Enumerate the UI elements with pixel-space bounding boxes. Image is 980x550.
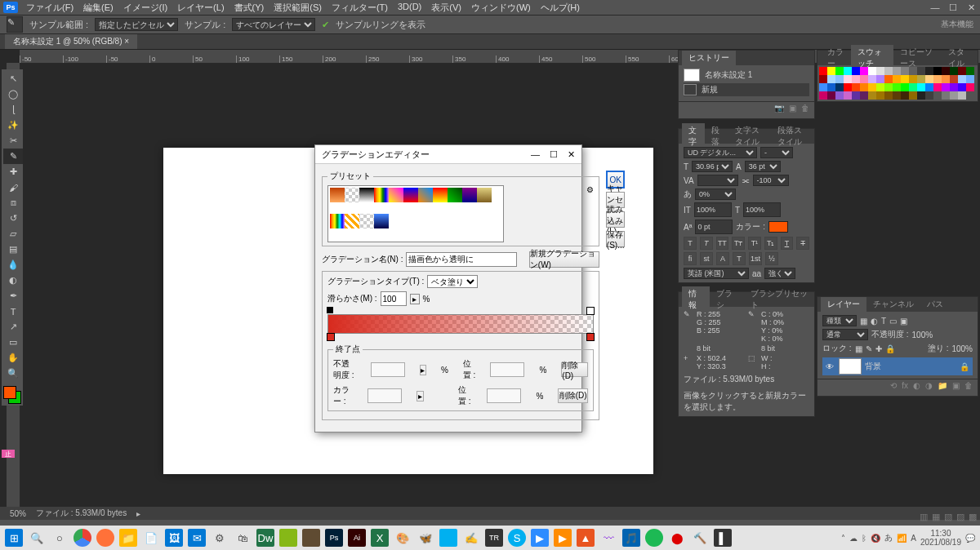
menu-3d[interactable]: 3D(D) <box>393 0 426 16</box>
menu-view[interactable]: 表示(V) <box>426 0 466 16</box>
smoothness-dropdown-icon[interactable]: ▸ <box>410 294 420 304</box>
nv-icon[interactable] <box>279 529 297 547</box>
swatch[interactable] <box>958 75 966 83</box>
swatch[interactable] <box>925 75 933 83</box>
strike-button[interactable]: T <box>796 237 809 250</box>
zoom-level[interactable]: 50% <box>10 509 26 518</box>
swatch[interactable] <box>819 91 827 100</box>
layer-name[interactable]: 背景 <box>865 361 881 372</box>
aa-select[interactable]: 強く <box>764 268 795 279</box>
swatch[interactable] <box>860 83 868 91</box>
menu-edit[interactable]: 編集(E) <box>78 0 118 16</box>
action-icon[interactable]: ▩ <box>969 512 977 522</box>
hscale-input[interactable] <box>743 202 781 217</box>
swatch[interactable] <box>827 75 835 83</box>
notepad-icon[interactable]: 📄 <box>142 529 160 547</box>
type-tool[interactable]: T <box>3 304 23 319</box>
swatch[interactable] <box>852 91 860 100</box>
note-icon[interactable]: ▦ <box>932 512 940 522</box>
ps-icon[interactable]: Ps <box>325 529 343 547</box>
swatch[interactable] <box>835 91 844 100</box>
lock-all-icon[interactable]: ✚ <box>875 344 882 353</box>
swatch[interactable] <box>893 91 901 100</box>
wave-icon[interactable]: 〰 <box>599 529 617 547</box>
fx-icon[interactable]: fx <box>902 381 908 394</box>
swatch[interactable] <box>884 67 893 75</box>
wifi-icon[interactable]: 📶 <box>897 534 906 543</box>
gradient-type-select[interactable]: ベタ塗り <box>427 275 478 288</box>
layer-row[interactable]: 👁 背景 🔒 <box>822 357 973 375</box>
swatch[interactable] <box>958 83 966 91</box>
swatch[interactable] <box>876 75 884 83</box>
swatch[interactable] <box>868 67 876 75</box>
smallcaps-button[interactable]: Tᴛ <box>732 237 745 250</box>
swatch[interactable] <box>942 67 950 75</box>
link-icon[interactable]: ⟲ <box>890 381 897 394</box>
swatch[interactable] <box>893 67 901 75</box>
swatch[interactable] <box>893 83 901 91</box>
dialog-titlebar[interactable]: グラデーションエディター — ☐ ✕ <box>315 145 581 164</box>
camera-icon[interactable]: 📷 <box>774 104 784 117</box>
tab-brush-presets[interactable]: ブラシプリセット <box>744 286 814 313</box>
tab-paragraph[interactable]: 段落 <box>705 123 728 149</box>
window-close[interactable]: ✕ <box>962 0 980 15</box>
swatch[interactable] <box>819 67 827 75</box>
tab-history[interactable]: ヒストリー <box>682 51 736 65</box>
menu-help[interactable]: ヘルプ(H) <box>536 0 585 16</box>
swatch[interactable] <box>844 75 852 83</box>
tab-paths[interactable]: パス <box>920 297 950 312</box>
color-stop-right[interactable] <box>586 333 595 341</box>
swatch[interactable] <box>852 83 860 91</box>
blur-tool[interactable]: 💧 <box>3 257 23 273</box>
dw-icon[interactable]: Dw <box>256 529 274 547</box>
lock-position-icon[interactable]: ✎ <box>866 344 872 353</box>
mask-icon[interactable]: ◐ <box>913 381 920 394</box>
swatch[interactable] <box>868 91 876 100</box>
font-size-select[interactable]: 30.96 pt <box>692 161 733 172</box>
menu-file[interactable]: ファイル(F) <box>21 0 78 16</box>
volume-icon[interactable]: 🔇 <box>871 534 880 543</box>
swatch[interactable] <box>835 75 844 83</box>
swatch[interactable] <box>933 75 942 83</box>
brush-tool[interactable]: 🖌 <box>3 180 23 195</box>
opacity-stop-left[interactable] <box>327 307 333 313</box>
italic-button[interactable]: T <box>700 237 713 250</box>
swatch[interactable] <box>950 83 958 91</box>
status-arrow-icon[interactable]: ▸ <box>136 509 140 518</box>
swatch[interactable] <box>925 67 933 75</box>
record-icon[interactable]: ⬤ <box>668 529 686 547</box>
close-tab-icon[interactable]: × <box>124 37 129 46</box>
swatch[interactable] <box>868 75 876 83</box>
dialog-close[interactable]: ✕ <box>568 149 575 160</box>
fg-color-swatch[interactable] <box>3 386 16 399</box>
swatch[interactable] <box>893 75 901 83</box>
eyedropper-icon[interactable]: ✎ <box>7 16 23 33</box>
filter-type-icon[interactable]: T <box>881 317 886 326</box>
delete-color-stop-button[interactable]: 削除(D) <box>558 388 587 403</box>
swatch[interactable] <box>942 75 950 83</box>
save-button[interactable]: 保存(S)... <box>606 231 626 247</box>
swatch[interactable] <box>901 83 909 91</box>
gradient-bar[interactable] <box>327 314 594 334</box>
measure-icon[interactable]: ▧ <box>944 512 952 522</box>
ot-titling-button[interactable]: T <box>733 252 746 265</box>
swatch[interactable] <box>909 91 917 100</box>
tab-layers[interactable]: レイヤー <box>821 297 866 312</box>
opacity-stop-right[interactable] <box>586 307 595 315</box>
swatch[interactable] <box>835 83 844 91</box>
tab-info[interactable]: 情報 <box>682 286 710 313</box>
swatch[interactable] <box>942 83 950 91</box>
swatch[interactable] <box>876 67 884 75</box>
magic-wand-tool[interactable]: ✨ <box>3 118 23 133</box>
butterfly-icon[interactable]: 🦋 <box>416 529 434 547</box>
workspace-switcher[interactable]: 基本機能 <box>941 19 973 30</box>
swatch[interactable] <box>925 83 933 91</box>
menu-layer[interactable]: レイヤー(L) <box>172 0 229 16</box>
healing-tool[interactable]: ✚ <box>3 164 23 180</box>
search-icon[interactable]: 🔍 <box>28 529 46 547</box>
load-button[interactable]: 読み込み(L)... <box>606 211 626 228</box>
swatch[interactable] <box>860 67 868 75</box>
swatch[interactable] <box>901 67 909 75</box>
swatch[interactable] <box>884 75 893 83</box>
swatch[interactable] <box>876 83 884 91</box>
